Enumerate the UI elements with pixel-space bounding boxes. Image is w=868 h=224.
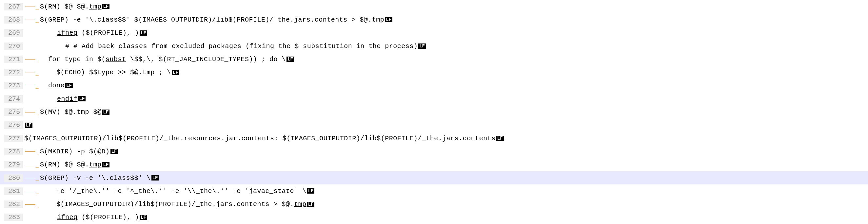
code-content[interactable]: $(MV) $@.tmp $@LF <box>23 108 110 116</box>
code-segment: ($(PROFILE), ) <box>78 214 139 221</box>
code-segment: $(MV) $@.tmp $@ <box>40 108 102 116</box>
code-segment: subst <box>105 55 126 63</box>
code-text[interactable]: done <box>40 82 65 89</box>
line-ending-badge: LF <box>102 110 110 115</box>
code-content[interactable]: # # Add back classes from excluded packa… <box>23 42 426 50</box>
code-segment: # # Add back classes from excluded packa… <box>24 42 417 50</box>
code-text[interactable]: $(ECHO) $$type >> $@.tmp ; \ <box>40 69 171 76</box>
code-text[interactable]: $(MV) $@.tmp $@ <box>40 108 102 116</box>
code-line[interactable]: 277$(IMAGES_OUTPUTDIR)/lib$(PROFILE)/_th… <box>0 132 868 145</box>
line-ending-badge: LF <box>102 162 110 167</box>
code-text[interactable]: # # Add back classes from excluded packa… <box>24 42 417 50</box>
line-number: 277 <box>4 135 23 142</box>
code-line[interactable]: 269 ifneq ($(PROFILE), )LF <box>0 27 868 40</box>
code-segment: $(IMAGES_OUTPUTDIR)/lib$(PROFILE)/_the.r… <box>24 135 496 142</box>
code-text[interactable]: $(GREP) -e '\.class$$' $(IMAGES_OUTPUTDI… <box>40 16 384 24</box>
line-number: 273 <box>4 82 23 89</box>
line-number: 269 <box>4 29 23 37</box>
code-line[interactable]: 268$(GREP) -e '\.class$$' $(IMAGES_OUTPU… <box>0 13 868 26</box>
code-segment: $(GREP) -v -e '\.class$$' \ <box>40 174 151 182</box>
line-ending-badge: LF <box>496 136 504 141</box>
code-text[interactable]: ifneq ($(PROFILE), ) <box>24 214 139 221</box>
code-segment <box>24 29 57 37</box>
code-line[interactable]: 271 for type in $(subst \$$,\, $(RT_JAR_… <box>0 53 868 66</box>
code-line[interactable]: 278$(MKDIR) -p $(@D)LF <box>0 145 868 158</box>
line-ending-badge: LF <box>111 149 118 154</box>
code-line[interactable]: 279$(RM) $@ $@.tmpLF <box>0 158 868 171</box>
code-content[interactable]: -e '/_the\.*' -e '^_the\.*' -e '\\_the\.… <box>23 187 314 195</box>
code-line[interactable]: 276LF <box>0 119 868 132</box>
code-segment: $(RM) $@ $@. <box>40 161 89 169</box>
code-segment: for type in $( <box>40 55 105 63</box>
code-segment <box>24 214 57 221</box>
line-ending-badge: LF <box>25 123 32 128</box>
line-ending-badge: LF <box>65 83 73 88</box>
code-text[interactable]: $(IMAGES_OUTPUTDIR)/lib$(PROFILE)/_the.j… <box>40 200 307 208</box>
code-segment: tmp <box>89 161 102 169</box>
code-text[interactable]: endif <box>24 95 78 103</box>
code-line[interactable]: 273 doneLF <box>0 79 868 92</box>
code-editor[interactable]: 267$(RM) $@ $@.tmpLF268$(GREP) -e '\.cla… <box>0 0 868 224</box>
code-text[interactable]: -e '/_the\.*' -e '^_the\.*' -e '\\_the\.… <box>40 187 307 195</box>
code-line[interactable]: 267$(RM) $@ $@.tmpLF <box>0 0 868 13</box>
line-number: 268 <box>4 16 23 24</box>
code-segment: -e '/_the\.*' -e '^_the\.*' -e '\\_the\.… <box>40 187 307 195</box>
code-segment <box>24 95 57 103</box>
code-segment: ($(PROFILE), ) <box>78 29 139 37</box>
code-text[interactable]: $(IMAGES_OUTPUTDIR)/lib$(PROFILE)/_the.r… <box>24 135 496 142</box>
code-line[interactable]: 280$(GREP) -v -e '\.class$$' \LF <box>0 171 868 184</box>
line-number: 282 <box>4 200 23 208</box>
code-line[interactable]: 270 # # Add back classes from excluded p… <box>0 40 868 53</box>
line-number: 267 <box>4 3 23 10</box>
code-line[interactable]: 281 -e '/_the\.*' -e '^_the\.*' -e '\\_t… <box>0 184 868 197</box>
code-segment: tmp <box>294 200 307 208</box>
line-number: 271 <box>4 55 23 63</box>
code-segment: endif <box>57 95 78 103</box>
code-segment: ifneq <box>57 29 78 37</box>
line-number: 274 <box>4 95 23 103</box>
line-ending-badge: LF <box>418 43 426 49</box>
code-text[interactable]: $(RM) $@ $@.tmp <box>40 161 102 169</box>
line-ending-badge: LF <box>151 175 159 181</box>
code-content[interactable]: $(RM) $@ $@.tmpLF <box>23 161 110 169</box>
code-content[interactable]: LF <box>23 123 32 128</box>
code-content[interactable]: $(IMAGES_OUTPUTDIR)/lib$(PROFILE)/_the.r… <box>23 135 504 142</box>
code-content[interactable]: $(IMAGES_OUTPUTDIR)/lib$(PROFILE)/_the.j… <box>23 200 314 208</box>
line-number: 278 <box>4 148 23 155</box>
code-text[interactable]: for type in $(subst \$$,\, $(RT_JAR_INCL… <box>40 55 286 63</box>
code-text[interactable]: $(RM) $@ $@.tmp <box>40 3 102 10</box>
code-line[interactable]: 272 $(ECHO) $$type >> $@.tmp ; \LF <box>0 66 868 79</box>
code-content[interactable]: ifneq ($(PROFILE), )LF <box>23 29 147 37</box>
code-content[interactable]: endifLF <box>23 95 86 103</box>
code-line[interactable]: 282 $(IMAGES_OUTPUTDIR)/lib$(PROFILE)/_t… <box>0 197 868 211</box>
code-segment: $(ECHO) $$type >> $@.tmp ; \ <box>40 69 171 76</box>
line-number: 275 <box>4 108 23 116</box>
line-ending-badge: LF <box>172 70 179 75</box>
line-ending-badge: LF <box>286 57 294 62</box>
code-content[interactable]: $(ECHO) $$type >> $@.tmp ; \LF <box>23 69 179 76</box>
code-text[interactable]: $(GREP) -v -e '\.class$$' \ <box>40 174 151 182</box>
line-number: 283 <box>4 214 23 221</box>
code-text[interactable]: ifneq ($(PROFILE), ) <box>24 29 139 37</box>
code-segment: $(GREP) -e '\.class$$' $(IMAGES_OUTPUTDI… <box>40 16 384 24</box>
code-text[interactable]: $(MKDIR) -p $(@D) <box>40 148 110 155</box>
line-number: 280 <box>4 174 23 182</box>
line-number: 276 <box>4 121 23 129</box>
code-line[interactable]: 274 endifLF <box>0 92 868 105</box>
code-content[interactable]: ifneq ($(PROFILE), )LF <box>23 214 147 221</box>
code-content[interactable]: $(MKDIR) -p $(@D)LF <box>23 148 118 155</box>
code-line[interactable]: 283 ifneq ($(PROFILE), )LF <box>0 211 868 224</box>
code-content[interactable]: doneLF <box>23 82 73 89</box>
code-segment: \$$,\, $(RT_JAR_INCLUDE_TYPES)) ; do \ <box>126 55 286 63</box>
code-segment: $(MKDIR) -p $(@D) <box>40 148 110 155</box>
line-number: 272 <box>4 69 23 76</box>
line-number: 279 <box>4 161 23 169</box>
code-content[interactable]: $(GREP) -e '\.class$$' $(IMAGES_OUTPUTDI… <box>23 16 392 24</box>
line-ending-badge: LF <box>140 215 147 220</box>
code-content[interactable]: for type in $(subst \$$,\, $(RT_JAR_INCL… <box>23 55 294 63</box>
code-content[interactable]: $(GREP) -v -e '\.class$$' \LF <box>23 174 159 182</box>
line-ending-badge: LF <box>140 30 147 36</box>
code-content[interactable]: $(RM) $@ $@.tmpLF <box>23 3 110 10</box>
code-line[interactable]: 275$(MV) $@.tmp $@LF <box>0 105 868 118</box>
line-ending-badge: LF <box>79 96 86 101</box>
